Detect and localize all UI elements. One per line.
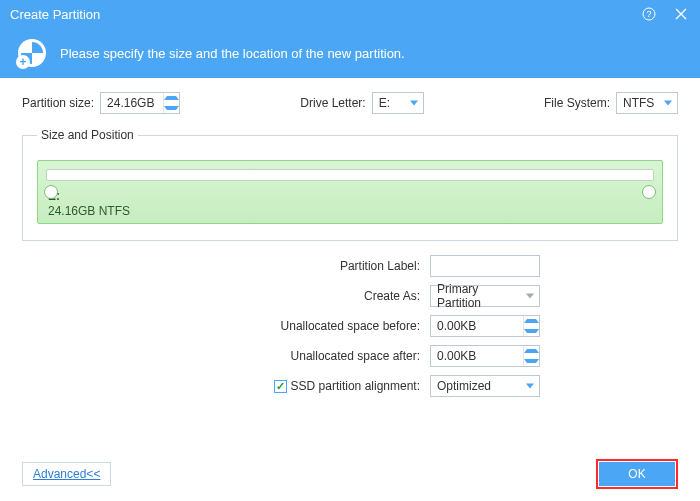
close-icon[interactable]: [672, 5, 690, 23]
file-system-select[interactable]: NTFS: [616, 92, 678, 114]
ssd-align-select[interactable]: Optimized: [430, 375, 540, 397]
unalloc-after-up[interactable]: [524, 346, 539, 356]
partition-size-label: Partition size:: [22, 96, 94, 110]
unalloc-after-value: 0.00KB: [437, 349, 476, 363]
size-position-legend: Size and Position: [37, 128, 138, 142]
size-position-group: Size and Position E: 24.16GB NTFS: [22, 128, 678, 241]
drive-letter-value: E:: [379, 96, 390, 110]
partition-preview-letter: E:: [48, 189, 130, 204]
partition-preview-info: 24.16GB NTFS: [48, 204, 130, 219]
partition-label-label: Partition Label:: [160, 259, 420, 273]
partition-size-value: 24.16GB: [107, 96, 154, 110]
partition-label-input[interactable]: [430, 255, 540, 277]
header: + Please specify the size and the locati…: [0, 28, 700, 78]
content: Partition size: 24.16GB Drive Letter: E:…: [0, 78, 700, 397]
footer: Advanced<< OK: [0, 457, 700, 501]
ok-button[interactable]: OK: [599, 462, 675, 486]
unalloc-before-input[interactable]: 0.00KB: [430, 315, 540, 337]
ssd-align-checkbox[interactable]: [274, 380, 287, 393]
titlebar: Create Partition ?: [0, 0, 700, 28]
window-title: Create Partition: [10, 7, 100, 22]
resize-handle-right[interactable]: [642, 185, 656, 199]
unalloc-before-down[interactable]: [524, 326, 539, 336]
svg-text:?: ?: [646, 9, 651, 19]
ssd-align-value: Optimized: [437, 379, 491, 393]
unalloc-after-label: Unallocated space after:: [160, 349, 420, 363]
unalloc-before-up[interactable]: [524, 316, 539, 326]
ssd-align-label: SSD partition alignment:: [291, 379, 420, 393]
unalloc-after-input[interactable]: 0.00KB: [430, 345, 540, 367]
drive-letter-select[interactable]: E:: [372, 92, 424, 114]
unalloc-before-label: Unallocated space before:: [160, 319, 420, 333]
file-system-label: File System:: [544, 96, 610, 110]
ok-highlight: OK: [596, 459, 678, 489]
unalloc-before-value: 0.00KB: [437, 319, 476, 333]
partition-size-up[interactable]: [164, 93, 179, 103]
partition-size-input[interactable]: 24.16GB: [100, 92, 180, 114]
app-logo-icon: +: [18, 39, 46, 67]
create-as-select[interactable]: Primary Partition: [430, 285, 540, 307]
chevron-down-icon: [664, 101, 672, 106]
header-text: Please specify the size and the location…: [60, 46, 405, 61]
top-row: Partition size: 24.16GB Drive Letter: E:…: [22, 92, 678, 114]
help-icon[interactable]: ?: [640, 5, 658, 23]
ssd-align-row: SSD partition alignment:: [160, 379, 420, 393]
ok-label: OK: [628, 467, 645, 481]
chevron-down-icon: [410, 101, 418, 106]
file-system-value: NTFS: [623, 96, 654, 110]
chevron-down-icon: [526, 384, 534, 389]
resize-handle-left[interactable]: [44, 185, 58, 199]
partition-track[interactable]: [46, 169, 654, 181]
create-as-value: Primary Partition: [437, 282, 519, 310]
partition-size-down[interactable]: [164, 103, 179, 113]
unalloc-after-down[interactable]: [524, 356, 539, 366]
advanced-label: Advanced<<: [33, 467, 100, 481]
partition-preview: E: 24.16GB NTFS: [37, 160, 663, 224]
advanced-button[interactable]: Advanced<<: [22, 462, 111, 486]
chevron-down-icon: [526, 294, 534, 299]
create-as-label: Create As:: [160, 289, 420, 303]
form-grid: Partition Label: Create As: Primary Part…: [160, 255, 540, 397]
drive-letter-label: Drive Letter:: [300, 96, 365, 110]
